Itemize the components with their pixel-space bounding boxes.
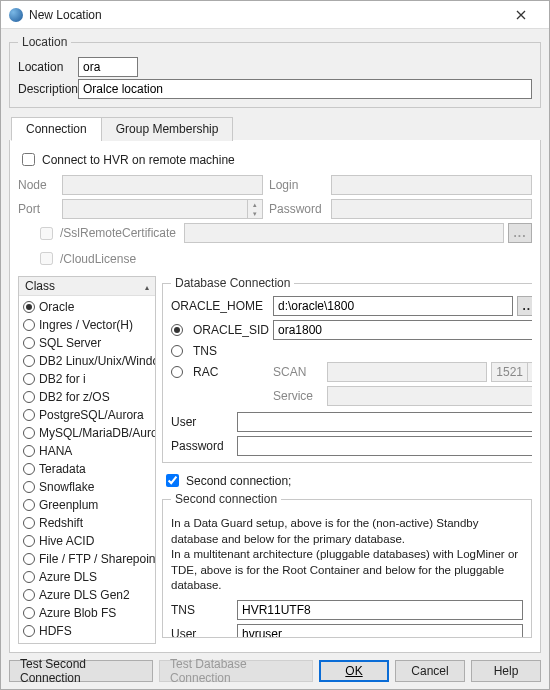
class-item-label: File / FTP / Sharepoint <box>39 552 155 566</box>
radio-icon[interactable] <box>23 553 35 565</box>
second-tns-input[interactable] <box>237 600 523 620</box>
radio-icon[interactable] <box>23 445 35 457</box>
radio-icon[interactable] <box>23 337 35 349</box>
radio-icon[interactable] <box>23 463 35 475</box>
window-title: New Location <box>29 8 501 22</box>
radio-icon[interactable] <box>23 571 35 583</box>
titlebar: New Location <box>1 1 549 29</box>
class-item[interactable]: SQL Server <box>23 334 151 352</box>
db-user-input[interactable] <box>237 412 532 432</box>
class-item[interactable]: Hive ACID <box>23 532 151 550</box>
class-item-label: Azure Blob FS <box>39 606 116 620</box>
location-name-label: Location <box>18 60 78 74</box>
second-user-input[interactable] <box>237 624 523 638</box>
class-panel: Class OracleIngres / Vector(H)SQL Server… <box>18 276 156 644</box>
scan-port-spinner: ▴▾ <box>527 362 532 382</box>
class-item-label: MySQL/MariaDB/Aurora <box>39 426 155 440</box>
oracle-sid-input[interactable] <box>273 320 532 340</box>
class-item[interactable]: Teradata <box>23 460 151 478</box>
class-item[interactable]: HANA <box>23 442 151 460</box>
scan-label: SCAN <box>273 365 323 379</box>
class-header: Class <box>19 277 155 296</box>
class-item[interactable]: DB2 for z/OS <box>23 388 151 406</box>
test-second-conn-button[interactable]: Test Second Connection <box>9 660 153 682</box>
collapse-icon[interactable] <box>145 279 149 293</box>
second-conn-checkbox[interactable] <box>166 474 179 487</box>
class-item-label: DB2 Linux/Unix/Windows <box>39 354 155 368</box>
footer: Test Second Connection Test Database Con… <box>1 653 549 689</box>
class-item[interactable]: MySQL/MariaDB/Aurora <box>23 424 151 442</box>
radio-icon[interactable] <box>23 517 35 529</box>
cancel-button[interactable]: Cancel <box>395 660 465 682</box>
ok-button[interactable]: OK <box>319 660 389 682</box>
class-item[interactable]: Redshift <box>23 514 151 532</box>
second-tns-label: TNS <box>171 603 231 617</box>
class-item[interactable]: Greenplum <box>23 496 151 514</box>
close-button[interactable] <box>501 1 541 28</box>
db-password-input[interactable] <box>237 436 532 456</box>
oracle-home-input[interactable] <box>273 296 513 316</box>
oracle-home-browse-button[interactable]: ... <box>517 296 532 316</box>
class-item[interactable]: Azure Blob FS <box>23 604 151 622</box>
tns-radio[interactable] <box>171 345 183 357</box>
radio-icon[interactable] <box>23 373 35 385</box>
location-name-input[interactable] <box>78 57 138 77</box>
class-item[interactable]: DB2 Linux/Unix/Windows <box>23 352 151 370</box>
rac-radio[interactable] <box>171 366 183 378</box>
location-desc-label: Description <box>18 82 78 96</box>
class-item-label: HANA <box>39 444 72 458</box>
class-item[interactable]: Azure DLS Gen2 <box>23 586 151 604</box>
tab-group-membership[interactable]: Group Membership <box>101 117 234 141</box>
db-user-label: User <box>171 415 231 429</box>
radio-icon[interactable] <box>23 499 35 511</box>
location-desc-input[interactable] <box>78 79 532 99</box>
db-conn-group: Database Connection ORACLE_HOME ... ORAC… <box>162 276 532 463</box>
class-item[interactable]: PostgreSQL/Aurora <box>23 406 151 424</box>
radio-icon[interactable] <box>23 355 35 367</box>
class-item[interactable]: Snowflake <box>23 478 151 496</box>
second-conn-group: Second connection In a Data Guard setup,… <box>162 492 532 638</box>
port-label: Port <box>18 202 56 216</box>
tab-connection[interactable]: Connection <box>11 117 102 141</box>
class-header-label: Class <box>25 279 55 293</box>
radio-icon[interactable] <box>23 391 35 403</box>
class-item-label: SQL Server <box>39 336 101 350</box>
cloud-license-label: /CloudLicense <box>60 252 136 266</box>
second-conn-checkbox-label: Second connection; <box>186 474 291 488</box>
oracle-sid-label: ORACLE_SID <box>193 323 269 337</box>
class-item[interactable]: HDFS <box>23 622 151 640</box>
class-item[interactable]: DB2 for i <box>23 370 151 388</box>
class-item[interactable]: Azure DLS <box>23 568 151 586</box>
class-item-label: Greenplum <box>39 498 98 512</box>
tns-label: TNS <box>193 344 269 358</box>
radio-icon[interactable] <box>23 427 35 439</box>
radio-icon[interactable] <box>23 301 35 313</box>
class-item-label: Azure DLS Gen2 <box>39 588 130 602</box>
ssl-remote-cert-input <box>184 223 504 243</box>
class-list[interactable]: OracleIngres / Vector(H)SQL ServerDB2 Li… <box>19 296 155 643</box>
radio-icon[interactable] <box>23 481 35 493</box>
remote-hvr-label: Connect to HVR on remote machine <box>42 153 235 167</box>
remote-hvr-checkbox[interactable] <box>22 153 35 166</box>
radio-icon[interactable] <box>23 625 35 637</box>
db-conn-legend: Database Connection <box>171 276 294 290</box>
dialog-body: Location Location Description Connection… <box>1 29 549 653</box>
remote-password-input <box>331 199 532 219</box>
class-item[interactable]: File / FTP / Sharepoint <box>23 550 151 568</box>
service-input <box>327 386 532 406</box>
db-password-label: Password <box>171 439 231 453</box>
help-button[interactable]: Help <box>471 660 541 682</box>
radio-icon[interactable] <box>23 535 35 547</box>
radio-icon[interactable] <box>23 319 35 331</box>
port-spinner: ▴▾ <box>247 199 263 219</box>
db-conn-panel: Database Connection ORACLE_HOME ... ORAC… <box>162 276 532 644</box>
node-input <box>62 175 263 195</box>
tabstrip: Connection Group Membership <box>9 114 541 140</box>
radio-icon[interactable] <box>23 607 35 619</box>
login-label: Login <box>269 178 325 192</box>
class-item[interactable]: Oracle <box>23 298 151 316</box>
radio-icon[interactable] <box>23 409 35 421</box>
oracle-sid-radio[interactable] <box>171 324 183 336</box>
class-item[interactable]: Ingres / Vector(H) <box>23 316 151 334</box>
radio-icon[interactable] <box>23 589 35 601</box>
